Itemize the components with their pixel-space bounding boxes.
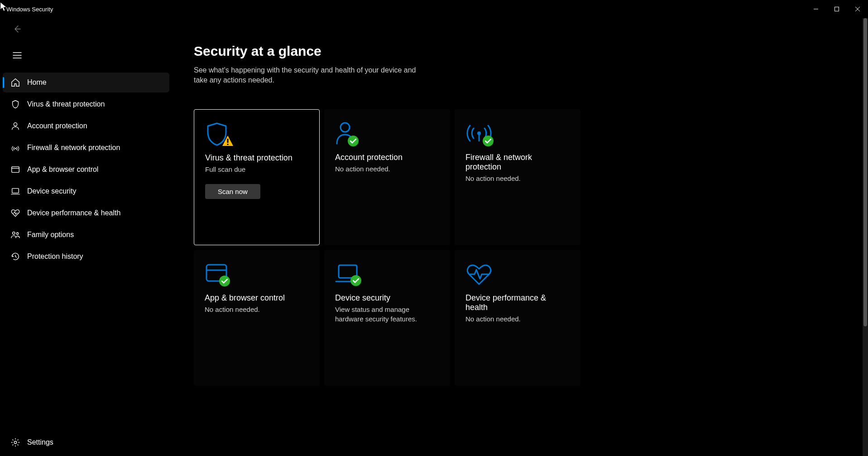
tile-title: Firewall & network protection <box>465 153 570 172</box>
main-content: Security at a glance See what's happenin… <box>172 18 868 456</box>
tile-status: No action needed. <box>465 174 570 183</box>
sidebar: Home Virus & threat protection Account p… <box>0 18 172 456</box>
scrollbar[interactable] <box>863 18 868 456</box>
tile-title: Device performance & health <box>465 293 570 312</box>
sidebar-item-label: Virus & threat protection <box>27 100 105 108</box>
sidebar-item-label: Firewall & network protection <box>27 144 120 152</box>
back-arrow-icon <box>13 24 22 34</box>
sidebar-item-label: Home <box>27 78 47 87</box>
sidebar-item-virus[interactable]: Virus & threat protection <box>3 94 169 114</box>
svg-point-18 <box>350 275 361 286</box>
tile-performance[interactable]: Device performance & health No action ne… <box>455 250 580 386</box>
sidebar-item-performance[interactable]: Device performance & health <box>3 203 169 223</box>
tile-app-browser[interactable]: App & browser control No action needed. <box>194 250 320 386</box>
tile-account[interactable]: Account protection No action needed. <box>324 109 450 245</box>
svg-point-1 <box>14 123 17 126</box>
page-subtitle: See what's happening with the security a… <box>194 65 429 86</box>
page-title: Security at a glance <box>194 44 868 59</box>
minimize-icon <box>813 6 819 12</box>
tile-status: No action needed. <box>465 314 570 324</box>
sidebar-item-label: Settings <box>27 438 53 446</box>
sidebar-item-label: Protection history <box>27 252 83 261</box>
gear-icon <box>8 437 23 447</box>
tile-title: Device security <box>335 293 439 303</box>
sidebar-item-account[interactable]: Account protection <box>3 116 169 136</box>
laptop-icon <box>8 186 23 196</box>
svg-rect-13 <box>479 133 480 141</box>
shield-warning-icon <box>205 121 308 150</box>
svg-point-6 <box>16 233 18 234</box>
sidebar-item-label: Account protection <box>27 122 87 130</box>
tile-title: Virus & threat protection <box>205 153 308 163</box>
signal-icon <box>8 143 23 153</box>
tile-status: View status and manage hardware security… <box>335 305 439 324</box>
window-icon <box>8 165 23 175</box>
scan-now-button[interactable]: Scan now <box>205 184 260 199</box>
titlebar: Windows Security <box>0 0 868 18</box>
svg-point-2 <box>15 148 16 149</box>
person-check-icon <box>335 120 439 149</box>
tile-virus-threat[interactable]: Virus & threat protection Full scan due … <box>194 109 320 245</box>
history-icon <box>8 252 23 262</box>
family-icon <box>8 230 23 240</box>
tile-device-security[interactable]: Device security View status and manage h… <box>324 250 450 386</box>
window-check-icon <box>205 261 309 290</box>
sidebar-item-firewall[interactable]: Firewall & network protection <box>3 138 169 158</box>
svg-rect-0 <box>835 7 839 11</box>
back-button[interactable] <box>10 22 24 36</box>
titlebar-controls <box>806 0 868 18</box>
hamburger-icon <box>13 52 22 59</box>
minimize-button[interactable] <box>806 0 826 18</box>
svg-rect-4 <box>12 189 19 193</box>
svg-rect-9 <box>227 144 229 145</box>
laptop-check-icon <box>335 261 439 290</box>
sidebar-item-label: Device security <box>27 187 76 195</box>
tile-status: No action needed. <box>205 305 309 314</box>
scrollbar-thumb[interactable] <box>863 18 867 326</box>
window-title: Windows Security <box>6 6 53 13</box>
nav: Home Virus & threat protection Account p… <box>0 73 172 267</box>
svg-point-16 <box>219 276 230 286</box>
tile-title: App & browser control <box>205 293 309 303</box>
sidebar-item-device-security[interactable]: Device security <box>3 181 169 201</box>
svg-rect-3 <box>12 167 19 173</box>
sidebar-item-label: Family options <box>27 231 74 239</box>
tile-status: No action needed. <box>335 164 439 174</box>
maximize-icon <box>834 6 839 12</box>
sidebar-item-history[interactable]: Protection history <box>3 247 169 267</box>
close-button[interactable] <box>847 0 868 18</box>
sidebar-item-app-browser[interactable]: App & browser control <box>3 160 169 179</box>
sidebar-item-label: Device performance & health <box>27 209 120 217</box>
heartbeat-icon <box>8 208 23 218</box>
svg-point-5 <box>13 232 15 234</box>
sidebar-item-label: App & browser control <box>27 165 98 174</box>
svg-point-11 <box>348 136 359 146</box>
tile-grid: Virus & threat protection Full scan due … <box>194 109 868 386</box>
tile-status: Full scan due <box>205 165 308 174</box>
tile-firewall[interactable]: Firewall & network protection No action … <box>455 109 580 245</box>
close-icon <box>855 6 860 12</box>
heartbeat-icon <box>465 261 570 290</box>
sidebar-item-settings[interactable]: Settings <box>3 432 169 452</box>
svg-point-10 <box>340 123 350 132</box>
hamburger-button[interactable] <box>10 48 24 63</box>
maximize-button[interactable] <box>826 0 847 18</box>
sidebar-item-home[interactable]: Home <box>3 73 169 92</box>
person-icon <box>8 121 23 131</box>
home-icon <box>8 78 23 87</box>
tile-title: Account protection <box>335 153 439 162</box>
sidebar-item-family[interactable]: Family options <box>3 225 169 245</box>
signal-check-icon <box>465 120 570 149</box>
svg-point-14 <box>483 136 494 146</box>
shield-icon <box>8 99 23 109</box>
svg-point-7 <box>14 441 17 444</box>
svg-rect-8 <box>227 139 229 143</box>
